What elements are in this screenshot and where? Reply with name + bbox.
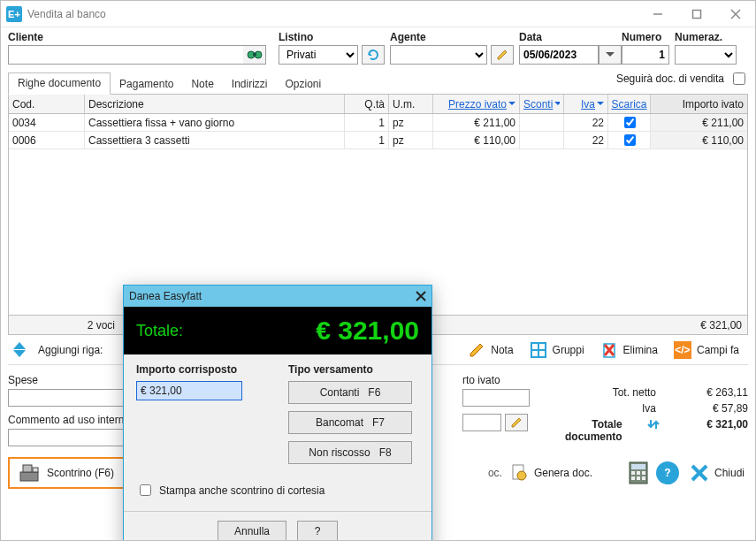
totale-swap-button[interactable] [644, 418, 663, 443]
chevron-down-icon [508, 102, 515, 107]
agente-edit-button[interactable] [491, 45, 514, 65]
cortesia-checkbox[interactable] [140, 484, 151, 496]
chiudi-button[interactable]: Chiudi [686, 461, 748, 484]
spese-input[interactable] [8, 389, 141, 407]
commento-label: Commento ad uso interno [8, 414, 141, 426]
numero-input[interactable] [622, 45, 669, 65]
extra-input[interactable] [462, 414, 501, 431]
elimina-button[interactable]: Elimina [597, 339, 661, 361]
window-maximize-button[interactable] [677, 1, 716, 27]
col-importo-ivato[interactable]: Importo ivato [651, 95, 747, 113]
window-close-button[interactable] [716, 1, 755, 27]
gruppi-label: Gruppi [553, 344, 584, 356]
svg-rect-21 [631, 476, 635, 480]
nonriscosso-button[interactable]: Non riscosso F8 [288, 441, 412, 464]
extra-edit-button[interactable] [505, 414, 528, 431]
refresh-icon [366, 49, 380, 61]
totale-documento-value: € 321,00 [684, 418, 748, 443]
dialog-close-button[interactable] [416, 291, 426, 301]
importo-corrisposto-input[interactable] [136, 381, 242, 400]
pencil-icon [510, 416, 523, 429]
contanti-label: Contanti [320, 386, 360, 399]
dialog-totale-label: Totale: [136, 322, 183, 340]
document-gear-icon [509, 463, 529, 483]
col-sconti[interactable]: Sconti [520, 95, 564, 113]
campi-button[interactable]: </> Campi fa [670, 339, 743, 361]
scontrino-button[interactable]: Scontrino (F6) [8, 457, 125, 489]
nota-button[interactable]: Nota [464, 339, 516, 361]
code-icon: </> [674, 341, 691, 359]
tab-opzioni[interactable]: Opzioni [277, 74, 331, 95]
iva-value: € 57,89 [677, 402, 748, 415]
cliente-lookup-button[interactable] [243, 45, 266, 65]
cell-cod: 0034 [9, 114, 85, 131]
scarica-checkbox[interactable] [624, 117, 636, 128]
scarica-checkbox[interactable] [624, 134, 636, 146]
col-um[interactable]: U.m. [389, 95, 433, 113]
row-move-buttons[interactable] [13, 342, 26, 357]
help-button[interactable]: ? [656, 461, 679, 484]
importo-ivato-label: rto ivato [462, 374, 530, 386]
cash-register-icon [19, 463, 40, 483]
tab-note[interactable]: Note [182, 74, 222, 95]
svg-rect-17 [631, 464, 645, 469]
dialog-title: Danea Easyfatt [129, 290, 202, 302]
commento-input[interactable] [8, 429, 141, 446]
cortesia-label: Stampa anche scontrino di cortesia [159, 484, 325, 497]
close-icon [730, 9, 741, 19]
col-qta[interactable]: Q.tà [345, 95, 389, 113]
app-icon: E+ [6, 6, 22, 22]
window-title: Vendita al banco [27, 8, 638, 20]
svg-rect-13 [33, 468, 38, 472]
dialog-help-button[interactable]: ? [297, 521, 338, 541]
cell-scarica[interactable] [608, 132, 651, 149]
col-iva[interactable]: Iva [564, 95, 608, 113]
cell-qta: 1 [345, 114, 389, 131]
close-icon [416, 291, 426, 301]
table-row[interactable]: 0034Cassettiera fissa + vano giorno1pz€ … [9, 114, 747, 132]
cell-prezzo: € 110,00 [433, 132, 520, 149]
data-input[interactable] [519, 45, 599, 65]
dialog-totale-value: € 321,00 [316, 316, 419, 346]
segui-doc-checkbox[interactable] [733, 72, 745, 85]
tab-indirizzi[interactable]: Indirizzi [223, 74, 277, 95]
nota-label: Nota [491, 344, 513, 356]
table-row[interactable]: 0006Cassettiera 3 cassetti1pz€ 110,0022€… [9, 132, 747, 149]
contanti-button[interactable]: Contanti F6 [288, 381, 412, 404]
cell-sconti [520, 114, 564, 131]
genera-doc-label: Genera doc. [534, 467, 592, 479]
bancomat-button[interactable]: Bancomat F7 [288, 411, 412, 434]
cell-iva: 22 [564, 114, 608, 131]
numeraz-select[interactable] [675, 45, 737, 65]
col-cod[interactable]: Cod. [9, 95, 85, 113]
nonriscosso-key: F8 [379, 446, 392, 459]
col-scarica[interactable]: Scarica [608, 95, 651, 113]
calculator-icon [628, 461, 649, 484]
data-dropdown-button[interactable] [599, 45, 622, 65]
window-minimize-button[interactable] [638, 1, 677, 27]
col-descrizione[interactable]: Descrizione [85, 95, 345, 113]
contanti-key: F6 [368, 386, 380, 399]
gruppi-button[interactable]: Gruppi [526, 339, 588, 361]
calculator-button[interactable] [628, 461, 649, 484]
annulla-button[interactable]: Annulla [218, 521, 286, 541]
question-icon: ? [664, 467, 670, 479]
cell-iva: 22 [564, 132, 608, 149]
delete-icon [600, 341, 618, 359]
listino-refresh-button[interactable] [362, 45, 385, 65]
arrow-down-icon [13, 350, 26, 357]
aggiungi-riga-label: Aggiungi riga: [38, 344, 103, 356]
listino-select[interactable]: Privati [279, 45, 358, 65]
cell-scarica[interactable] [608, 114, 651, 131]
svg-rect-1 [693, 10, 701, 18]
cliente-input[interactable] [8, 45, 243, 65]
doc-suffix-label: oc. [488, 467, 502, 479]
col-prezzo-ivato[interactable]: Prezzo ivato [433, 95, 520, 113]
agente-select[interactable] [390, 45, 487, 65]
cortesia-checkbox-row[interactable]: Stampa anche scontrino di cortesia [136, 482, 419, 499]
genera-doc-button[interactable]: Genera doc. [509, 463, 592, 483]
importo-ivato-input[interactable] [462, 389, 530, 407]
tab-pagamento[interactable]: Pagamento [111, 74, 182, 95]
grid-body: 0034Cassettiera fissa + vano giorno1pz€ … [9, 114, 747, 149]
tab-righe-documento[interactable]: Righe documento [8, 72, 111, 95]
